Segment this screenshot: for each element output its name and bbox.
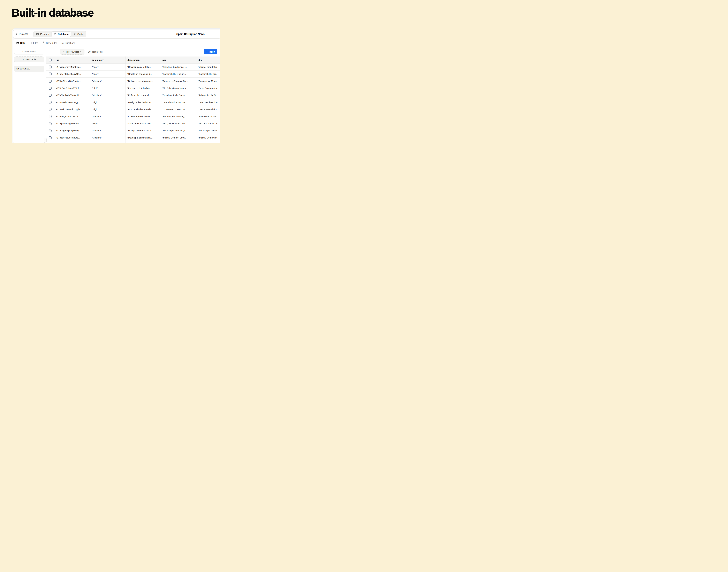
row-checkbox[interactable] [49, 108, 52, 111]
sidebar-item-rfp-templates[interactable]: rfp_templates [14, 66, 44, 72]
cell-tags[interactable]: "Branding, Tech, Consu... [160, 92, 196, 99]
column-header-_id[interactable]: _id [54, 57, 90, 63]
cell-complexity[interactable]: "Medium" [90, 78, 126, 85]
cell-complexity[interactable] [90, 141, 126, 143]
scroll-handle[interactable] [44, 138, 47, 143]
new-table-button[interactable]: + New Table [14, 57, 44, 62]
column-header-description[interactable]: description [126, 57, 160, 63]
tab-schedules[interactable]: Schedules [42, 42, 57, 45]
cell-description[interactable] [126, 141, 160, 143]
column-header-title[interactable]: title [196, 57, 220, 63]
cell-title[interactable] [196, 141, 220, 143]
cell-_id[interactable]: k17acpv3kb2e5mb3rc3... [54, 134, 90, 141]
row-checkbox-cell [46, 92, 54, 99]
cell-tags[interactable]: "Research, Strategy, Co... [160, 78, 196, 85]
cell-tags[interactable]: "Branding, Guidelines, I... [160, 64, 196, 70]
insert-button[interactable]: + Insert [204, 49, 217, 54]
row-checkbox[interactable] [49, 94, 52, 97]
cell-complexity[interactable]: "High" [90, 106, 126, 113]
arrow-left-icon[interactable]: ← [48, 50, 53, 54]
cell-title[interactable]: "User Research for [196, 106, 220, 113]
cell-description[interactable]: "Refresh the visual iden... [126, 92, 160, 99]
row-checkbox[interactable] [49, 115, 52, 118]
row-checkbox[interactable] [49, 73, 52, 75]
tab-functions[interactable]: fn Functions [61, 42, 75, 45]
cell-title[interactable]: "Workshop Series f [196, 127, 220, 134]
row-checkbox-cell [46, 71, 54, 78]
cell-description[interactable]: "Develop a communicat... [126, 134, 160, 141]
tab-data-label: Data [20, 42, 25, 45]
cell-title[interactable]: "Pitch Deck for Ser [196, 113, 220, 120]
column-header-tags[interactable]: tags [160, 57, 196, 63]
cell-title[interactable]: "Competitive Marke [196, 78, 220, 85]
row-checkbox[interactable] [49, 136, 52, 139]
cell-description[interactable]: "Design a live dashboar... [126, 99, 160, 106]
row-checkbox[interactable] [49, 129, 52, 132]
cell-_id[interactable]: k178jpj52envk3k2ec6kr... [54, 78, 90, 85]
cell-tags[interactable]: "UX Research, B2B, Int... [160, 106, 196, 113]
plus-icon: + [22, 58, 24, 61]
page-title: Built-in database [12, 7, 93, 18]
cell-tags[interactable]: "SEO, Healthcare, Cont... [160, 120, 196, 127]
cell-description[interactable]: "Create an engaging di... [126, 71, 160, 78]
column-header-complexity[interactable]: complexity [90, 57, 126, 63]
cell-description[interactable]: "Deliver a report compa... [126, 78, 160, 85]
cell-tags[interactable]: "Sustainability, Design, ... [160, 71, 196, 78]
projects-back-button[interactable]: Projects [16, 32, 28, 35]
cell-_id[interactable] [54, 141, 90, 143]
cell-title[interactable]: "Rebranding for Te [196, 92, 220, 99]
tab-files[interactable]: Files [29, 42, 38, 45]
row-checkbox[interactable] [49, 87, 52, 90]
cell-_id[interactable]: k179negdv5jy9bj55evy... [54, 127, 90, 134]
cell-_id[interactable]: k176f51g9f1vtfbr293tx... [54, 113, 90, 120]
cell-complexity[interactable]: "Medium" [90, 127, 126, 134]
arrow-right-icon[interactable]: → [53, 50, 58, 54]
cell-tags[interactable]: "Internal Comms, Strat... [160, 134, 196, 141]
search-tables-input[interactable] [14, 49, 44, 55]
cell-tags[interactable]: "PR, Crisis Managemen... [160, 85, 196, 92]
cell-title[interactable]: "Data Dashboard fo [196, 99, 220, 106]
select-all-checkbox[interactable] [49, 59, 52, 61]
tab-code[interactable]: Code [71, 31, 85, 37]
cell-tags[interactable] [160, 141, 196, 143]
cell-complexity[interactable]: "Medium" [90, 113, 126, 120]
filter-sort-button[interactable]: Filter & Sort [60, 49, 84, 55]
cell-complexity[interactable]: "Easy" [90, 64, 126, 70]
cell-description[interactable]: "Design and run a set o... [126, 127, 160, 134]
cell-_id[interactable]: k17cabecvajvv48ra3xc... [54, 64, 90, 70]
cell-_id[interactable]: k170b9px0n2qay779dh... [54, 85, 90, 92]
row-checkbox[interactable] [49, 101, 52, 104]
cell-description[interactable]: "Prepare a detailed pla... [126, 85, 160, 92]
row-checkbox-cell [46, 127, 54, 134]
cell-complexity[interactable]: "Medium" [90, 134, 126, 141]
cell-title[interactable]: "Internal Brand Gui [196, 64, 220, 70]
cell-title[interactable]: "SEO & Content Ov [196, 120, 220, 127]
cell-complexity[interactable]: "Easy" [90, 71, 126, 78]
cell-title[interactable]: "Internal Communic [196, 134, 220, 141]
cell-title[interactable]: "Sustainability Rep [196, 71, 220, 78]
cell-_id[interactable]: k17djpsm82egbk6d5m... [54, 120, 90, 127]
cell-description[interactable]: "Create a professional ... [126, 113, 160, 120]
cell-complexity[interactable]: "High" [90, 85, 126, 92]
row-checkbox[interactable] [49, 80, 52, 83]
cell-_id[interactable]: k17048rahz8k9wqwgy... [54, 99, 90, 106]
cell-complexity[interactable]: "High" [90, 99, 126, 106]
row-checkbox[interactable] [49, 66, 52, 68]
cell-_id[interactable]: k17a5hedkxjq03c0spj8... [54, 92, 90, 99]
cell-tags[interactable]: "Data Visualization, NG... [160, 99, 196, 106]
cell-_id[interactable]: k17e8773g3ewkepy1fs... [54, 71, 90, 78]
cell-description[interactable]: "Run qualitative intervie... [126, 106, 160, 113]
row-checkbox[interactable] [49, 122, 52, 125]
cell-description[interactable]: "Develop easy-to-follo... [126, 64, 160, 70]
cell-complexity[interactable]: "High" [90, 120, 126, 127]
cell-tags[interactable]: "Startups, Fundraising, ... [160, 113, 196, 120]
row-checkbox-cell [46, 106, 54, 113]
cell-title[interactable]: "Crisis Communica [196, 85, 220, 92]
tab-database[interactable]: Database [52, 31, 71, 37]
tab-data[interactable]: Data [16, 42, 25, 45]
cell-description[interactable]: "Audit and improve site ... [126, 120, 160, 127]
tab-preview[interactable]: Preview [34, 31, 51, 37]
cell-complexity[interactable]: "Medium" [90, 92, 126, 99]
cell-_id[interactable]: k174v2k222vsmh2pypb... [54, 106, 90, 113]
cell-tags[interactable]: "Workshops, Training, I... [160, 127, 196, 134]
